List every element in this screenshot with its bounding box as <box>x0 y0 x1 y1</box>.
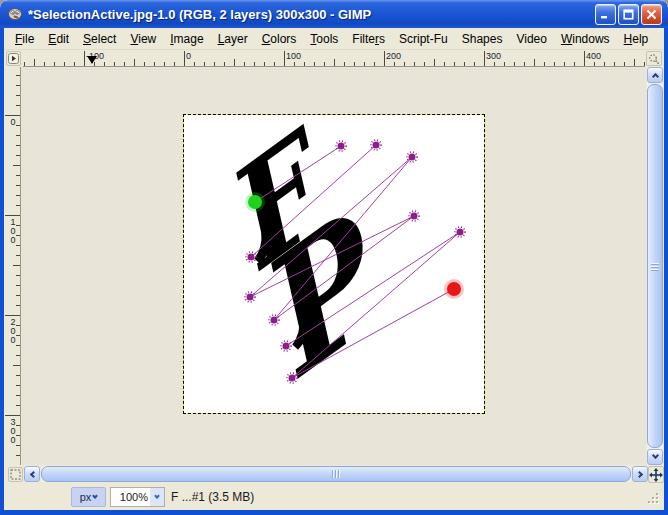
vertical-scrollbar-thumb[interactable] <box>647 84 663 448</box>
quick-mask-toggle-button[interactable] <box>8 467 23 482</box>
ruler-tick <box>16 155 20 156</box>
ruler-tick <box>16 305 20 306</box>
ruler-tick <box>374 62 375 66</box>
ruler-tick <box>224 62 225 66</box>
statusbar: px 100% F ...#1 (3.5 MB) <box>4 484 664 510</box>
close-icon <box>646 9 657 20</box>
menu-image[interactable]: Image <box>163 30 210 48</box>
ruler-tick <box>214 62 215 66</box>
ruler-tick <box>464 62 465 66</box>
ruler-tick <box>16 405 20 406</box>
ruler-tick <box>384 51 385 66</box>
maximize-button[interactable] <box>618 4 639 25</box>
minimize-button[interactable] <box>595 4 616 25</box>
horizontal-ruler[interactable]: -1000100200300400 <box>23 51 645 67</box>
canvas-menu-button[interactable] <box>6 51 21 66</box>
ruler-tick <box>354 62 355 66</box>
menu-view[interactable]: View <box>123 30 163 48</box>
ruler-tick <box>16 75 20 76</box>
ruler-label: 300 <box>486 51 501 61</box>
ruler-tick <box>16 135 20 136</box>
ruler-tick <box>564 62 565 66</box>
ruler-tick <box>244 62 245 66</box>
image-window-content: -1000100200300400 0100200300 FP,, <box>4 50 664 510</box>
scroll-right-button[interactable] <box>632 466 648 482</box>
ruler-tick <box>16 105 20 106</box>
ruler-tick <box>64 62 65 66</box>
resize-grip[interactable] <box>648 493 661 506</box>
zoom-fit-toggle-button[interactable] <box>646 51 662 66</box>
canvas-viewport[interactable]: FP,, <box>21 67 646 465</box>
status-message: F ...#1 (3.5 MB) <box>171 484 254 510</box>
ruler-tick <box>84 51 85 66</box>
menu-select[interactable]: Select <box>76 30 123 48</box>
window-title: *SelectionActive.jpg-1.0 (RGB, 2 layers)… <box>28 7 371 22</box>
ruler-tick <box>494 62 495 66</box>
menu-arrow-icon <box>8 53 19 64</box>
menu-video[interactable]: Video <box>509 30 553 48</box>
titlebar[interactable]: *SelectionActive.jpg-1.0 (RGB, 2 layers)… <box>0 0 668 28</box>
ruler-tick <box>254 62 255 66</box>
ruler-tick <box>16 85 20 86</box>
ruler-tick <box>434 59 435 66</box>
chevron-left-icon <box>29 470 36 477</box>
close-button[interactable] <box>641 4 662 25</box>
canvas-image[interactable]: FP,, <box>184 115 484 413</box>
ruler-tick <box>16 175 20 176</box>
ruler-tick <box>16 295 20 296</box>
ruler-tick <box>16 95 20 96</box>
zoom-dropdown-button[interactable] <box>150 488 164 506</box>
horizontal-scrollbar-thumb[interactable] <box>41 466 631 482</box>
ruler-tick <box>504 62 505 66</box>
unit-select[interactable]: px <box>71 487 106 507</box>
ruler-tick <box>604 62 605 66</box>
menu-script-fu[interactable]: Script-Fu <box>392 30 455 48</box>
ruler-tick <box>144 62 145 66</box>
quick-mask-icon <box>10 469 21 480</box>
window-border-right <box>664 28 668 510</box>
ruler-tick <box>16 385 20 386</box>
ruler-tick <box>634 59 635 66</box>
pointer-position-marker <box>87 56 97 64</box>
chevron-right-icon <box>635 470 642 477</box>
menu-edit[interactable]: Edit <box>41 30 76 48</box>
ruler-tick <box>34 59 35 66</box>
chevron-up-icon <box>651 73 658 80</box>
ruler-tick <box>484 51 485 66</box>
pan-four-arrows-icon <box>649 468 663 482</box>
menu-shapes[interactable]: Shapes <box>455 30 510 48</box>
ruler-tick <box>16 245 20 246</box>
menu-file[interactable]: File <box>8 30 41 48</box>
menu-colors[interactable]: Colors <box>255 30 304 48</box>
ruler-tick <box>13 165 20 166</box>
zoom-select[interactable]: 100% <box>110 487 165 507</box>
ruler-tick <box>5 315 20 316</box>
menu-tools[interactable]: Tools <box>303 30 345 48</box>
ruler-tick <box>5 115 20 116</box>
ruler-tick <box>584 51 585 66</box>
scroll-left-button[interactable] <box>24 466 40 482</box>
unit-value: px <box>80 491 92 503</box>
ruler-tick <box>534 59 535 66</box>
menu-layer[interactable]: Layer <box>211 30 255 48</box>
vertical-scrollbar[interactable] <box>647 67 663 465</box>
horizontal-scrollbar[interactable] <box>41 466 631 482</box>
gimp-window: *SelectionActive.jpg-1.0 (RGB, 2 layers)… <box>0 0 668 515</box>
ruler-tick <box>13 365 20 366</box>
menu-windows[interactable]: Windows <box>554 30 617 48</box>
ruler-tick <box>16 145 20 146</box>
menu-help[interactable]: Help <box>617 30 656 48</box>
navigation-pan-button[interactable] <box>648 466 664 483</box>
ruler-tick <box>614 62 615 66</box>
minimize-icon <box>600 9 611 20</box>
menubar: FileEditSelectViewImageLayerColorsToolsF… <box>4 28 664 50</box>
menu-filters[interactable]: Filters <box>345 30 392 48</box>
ruler-tick <box>5 215 20 216</box>
ruler-tick <box>16 355 20 356</box>
vertical-ruler[interactable]: 0100200300 <box>5 67 21 465</box>
ruler-label: 200 <box>8 317 17 344</box>
ruler-tick <box>334 59 335 66</box>
scroll-down-button[interactable] <box>647 449 663 465</box>
ruler-tick <box>13 265 20 266</box>
scroll-up-button[interactable] <box>647 67 663 83</box>
